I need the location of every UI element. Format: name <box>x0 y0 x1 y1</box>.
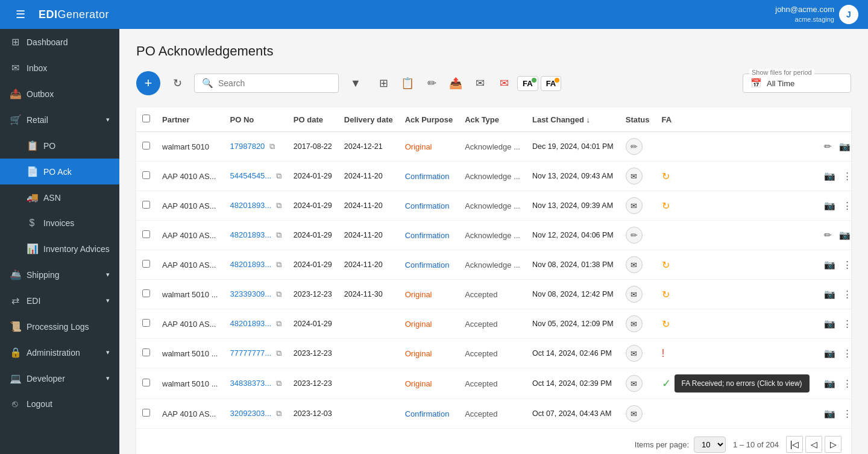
grid-view-button[interactable]: ⊞ <box>373 72 394 94</box>
period-selector[interactable]: Show files for period 📅 All Time <box>743 74 851 93</box>
row-camera-button[interactable]: 📷 <box>822 406 838 421</box>
edit-button[interactable]: ✏ <box>421 72 442 94</box>
row-more-button[interactable]: ⋮ <box>840 376 851 391</box>
status-badge-sent[interactable]: ✉ <box>626 405 643 422</box>
status-badge-sent[interactable]: ✉ <box>626 256 643 273</box>
email-receive-button[interactable]: ✉ <box>493 72 515 94</box>
status-badge-edit[interactable]: ✏ <box>626 138 643 155</box>
copy-icon[interactable]: ⧉ <box>276 230 281 239</box>
export-button[interactable]: 📤 <box>445 72 467 94</box>
po-no-link[interactable]: 54454545... <box>230 171 272 180</box>
row-checkbox[interactable] <box>142 409 150 417</box>
sidebar-item-label: Developer <box>27 374 65 383</box>
po-no-link[interactable]: 48201893... <box>230 230 272 239</box>
copy-icon[interactable]: ⧉ <box>276 379 281 388</box>
sidebar-item-edi[interactable]: ⇄ EDI ▾ <box>0 288 119 314</box>
row-camera-button[interactable]: 📷 <box>822 316 838 332</box>
row-checkbox[interactable] <box>142 319 150 327</box>
row-camera-button[interactable]: 📷 <box>822 345 838 361</box>
row-more-button[interactable]: ⋮ <box>840 286 851 302</box>
fa-error-icon[interactable]: ! <box>662 347 665 360</box>
copy-icon[interactable]: ⧉ <box>269 142 275 151</box>
fa-success-icon[interactable]: ✓ <box>662 377 671 390</box>
po-no-link[interactable]: 32092303... <box>230 409 272 418</box>
copy-icon[interactable]: ⧉ <box>276 409 281 418</box>
row-checkbox[interactable] <box>142 379 150 386</box>
next-page-button[interactable]: ▷ <box>825 436 841 453</box>
search-input[interactable] <box>218 78 331 88</box>
row-edit-button[interactable]: ✏ <box>822 139 834 154</box>
po-no-link[interactable]: 34838373... <box>230 379 272 388</box>
sidebar-item-administration[interactable]: 🔒 Administration ▾ <box>0 339 119 365</box>
sidebar-item-developer[interactable]: 💻 Developer ▾ <box>0 365 119 391</box>
row-camera-button[interactable]: 📷 <box>837 227 851 243</box>
copy-icon[interactable]: ⧉ <box>276 319 281 328</box>
sidebar-item-invoices[interactable]: $ Invoices <box>0 210 119 236</box>
sidebar-item-po[interactable]: 📋 PO <box>0 133 119 159</box>
items-per-page-select[interactable]: 10 25 50 <box>694 437 726 453</box>
row-more-button[interactable]: ⋮ <box>840 406 851 421</box>
row-more-button[interactable]: ⋮ <box>840 198 851 213</box>
select-all-checkbox[interactable] <box>142 115 150 122</box>
row-more-button[interactable]: ⋮ <box>840 345 851 361</box>
po-no-link[interactable]: 48201893... <box>230 201 272 210</box>
row-checkbox[interactable] <box>142 171 150 179</box>
copy-icon[interactable]: ⧉ <box>276 260 281 269</box>
row-checkbox[interactable] <box>142 348 150 356</box>
fa-cell: ↻ <box>662 259 810 271</box>
sidebar-item-retail[interactable]: 🛒 Retail ▾ <box>0 107 119 133</box>
add-button[interactable]: + <box>136 71 160 95</box>
list-view-button[interactable]: 📋 <box>397 72 418 94</box>
status-badge-sent[interactable]: ✉ <box>626 197 643 214</box>
filter-button[interactable]: ▼ <box>345 72 366 94</box>
sidebar-item-shipping[interactable]: 🚢 Shipping ▾ <box>0 262 119 288</box>
sidebar-item-asn[interactable]: 🚚 ASN <box>0 184 119 210</box>
row-camera-button[interactable]: 📷 <box>822 257 838 273</box>
copy-icon[interactable]: ⧉ <box>276 171 281 180</box>
status-badge-sent[interactable]: ✉ <box>626 375 643 392</box>
row-camera-button[interactable]: 📷 <box>837 139 851 154</box>
sidebar-item-inbox[interactable]: ✉ Inbox <box>0 55 119 81</box>
row-checkbox[interactable] <box>142 142 150 150</box>
prev-page-button[interactable]: ◁ <box>805 436 822 453</box>
fa-badge-1[interactable]: FA <box>517 76 538 91</box>
copy-icon[interactable]: ⧉ <box>276 289 281 298</box>
status-badge-sent[interactable]: ✉ <box>626 315 643 332</box>
po-no-link[interactable]: 17987820 <box>230 142 265 151</box>
status-badge-edit[interactable]: ✏ <box>626 227 643 244</box>
sidebar-item-logout[interactable]: ⎋ Logout <box>0 391 119 417</box>
row-checkbox[interactable] <box>142 230 150 238</box>
avatar[interactable]: J <box>839 5 858 24</box>
sidebar-item-inventory-advices[interactable]: 📊 Inventory Advices <box>0 236 119 262</box>
po-no-link[interactable]: 77777777... <box>230 348 272 358</box>
row-camera-button[interactable]: 📷 <box>822 168 838 184</box>
row-checkbox[interactable] <box>142 201 150 209</box>
first-page-button[interactable]: |◁ <box>786 436 803 453</box>
hamburger-button[interactable]: ☰ <box>10 4 31 25</box>
row-camera-button[interactable]: 📷 <box>822 286 838 302</box>
row-more-button[interactable]: ⋮ <box>840 257 851 273</box>
row-edit-button[interactable]: ✏ <box>822 227 834 243</box>
sidebar-item-processing-logs[interactable]: 📜 Processing Logs <box>0 314 119 339</box>
status-badge-sent[interactable]: ✉ <box>626 345 643 362</box>
po-no-link[interactable]: 48201893... <box>230 319 272 328</box>
sidebar-item-dashboard[interactable]: ⊞ Dashboard <box>0 29 119 55</box>
row-checkbox[interactable] <box>142 289 150 297</box>
status-badge-sent[interactable]: ✉ <box>626 286 643 303</box>
fa-badge-2[interactable]: FA <box>541 76 562 91</box>
table-row: walmart 5010 ... 77777777... ⧉ 2023-12-2… <box>136 339 851 368</box>
email-send-button[interactable]: ✉ <box>469 72 491 94</box>
copy-icon[interactable]: ⧉ <box>276 201 281 210</box>
po-no-link[interactable]: 32339309... <box>230 289 272 298</box>
po-no-link[interactable]: 48201893... <box>230 260 272 269</box>
sidebar-item-outbox[interactable]: 📤 Outbox <box>0 81 119 107</box>
row-more-button[interactable]: ⋮ <box>840 168 851 184</box>
status-badge-sent[interactable]: ✉ <box>626 168 643 184</box>
row-camera-button[interactable]: 📷 <box>822 198 838 213</box>
sidebar-item-po-ack[interactable]: 📄 PO Ack <box>0 159 119 184</box>
copy-icon[interactable]: ⧉ <box>276 348 281 358</box>
refresh-button[interactable]: ↻ <box>166 72 188 94</box>
row-camera-button[interactable]: 📷 <box>822 376 838 391</box>
row-checkbox[interactable] <box>142 260 150 268</box>
row-more-button[interactable]: ⋮ <box>840 316 851 332</box>
